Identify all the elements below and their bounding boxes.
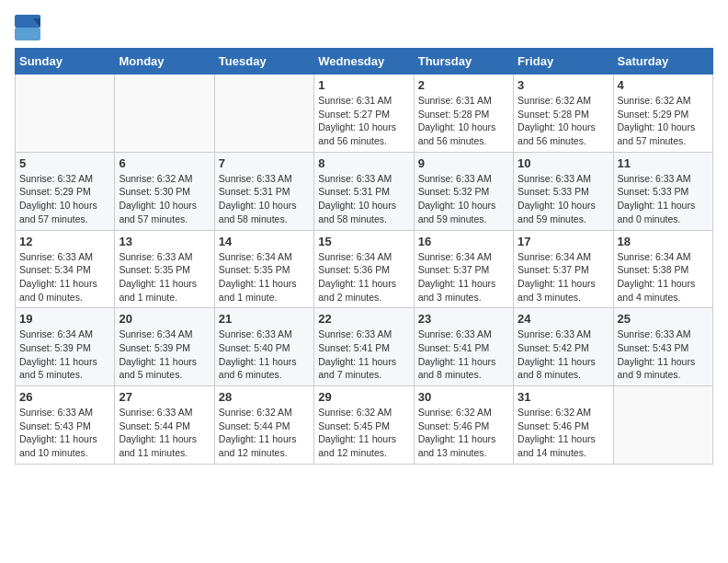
header-day-wednesday: Wednesday bbox=[314, 49, 414, 75]
day-info: Sunrise: 6:33 AMSunset: 5:32 PMDaylight:… bbox=[418, 172, 509, 226]
day-cell: 25Sunrise: 6:33 AMSunset: 5:43 PMDayligh… bbox=[613, 308, 712, 386]
day-info: Sunrise: 6:33 AMSunset: 5:41 PMDaylight:… bbox=[318, 327, 409, 382]
day-cell: 29Sunrise: 6:32 AMSunset: 5:45 PMDayligh… bbox=[314, 386, 414, 465]
week-row-2: 5Sunrise: 6:32 AMSunset: 5:29 PMDaylight… bbox=[16, 152, 713, 230]
day-cell: 12Sunrise: 6:33 AMSunset: 5:34 PMDayligh… bbox=[16, 230, 115, 308]
header-day-saturday: Saturday bbox=[613, 49, 712, 75]
day-number: 22 bbox=[318, 312, 409, 326]
day-cell: 22Sunrise: 6:33 AMSunset: 5:41 PMDayligh… bbox=[314, 308, 414, 386]
day-info: Sunrise: 6:34 AMSunset: 5:38 PMDaylight:… bbox=[618, 250, 709, 304]
day-cell: 21Sunrise: 6:33 AMSunset: 5:40 PMDayligh… bbox=[214, 308, 313, 386]
day-cell: 20Sunrise: 6:34 AMSunset: 5:39 PMDayligh… bbox=[115, 308, 214, 386]
day-info: Sunrise: 6:33 AMSunset: 5:31 PMDaylight:… bbox=[318, 172, 409, 226]
day-info: Sunrise: 6:33 AMSunset: 5:42 PMDaylight:… bbox=[518, 327, 609, 382]
day-info: Sunrise: 6:32 AMSunset: 5:28 PMDaylight:… bbox=[518, 94, 609, 148]
day-cell: 18Sunrise: 6:34 AMSunset: 5:38 PMDayligh… bbox=[613, 230, 712, 308]
day-info: Sunrise: 6:32 AMSunset: 5:46 PMDaylight:… bbox=[518, 406, 609, 460]
week-row-1: 1Sunrise: 6:31 AMSunset: 5:27 PMDaylight… bbox=[16, 75, 713, 153]
day-info: Sunrise: 6:34 AMSunset: 5:39 PMDaylight:… bbox=[119, 327, 210, 382]
logo bbox=[15, 15, 42, 40]
day-cell: 15Sunrise: 6:34 AMSunset: 5:36 PMDayligh… bbox=[314, 230, 414, 308]
day-number: 28 bbox=[219, 390, 310, 404]
day-number: 12 bbox=[19, 235, 110, 248]
day-cell: 16Sunrise: 6:34 AMSunset: 5:37 PMDayligh… bbox=[414, 230, 513, 308]
day-info: Sunrise: 6:33 AMSunset: 5:35 PMDaylight:… bbox=[119, 250, 210, 304]
calendar-table: SundayMondayTuesdayWednesdayThursdayFrid… bbox=[15, 48, 713, 465]
day-cell: 6Sunrise: 6:32 AMSunset: 5:30 PMDaylight… bbox=[115, 152, 214, 230]
header-day-monday: Monday bbox=[115, 49, 214, 75]
day-info: Sunrise: 6:34 AMSunset: 5:36 PMDaylight:… bbox=[318, 250, 409, 304]
day-info: Sunrise: 6:32 AMSunset: 5:44 PMDaylight:… bbox=[219, 406, 310, 460]
day-cell: 26Sunrise: 6:33 AMSunset: 5:43 PMDayligh… bbox=[16, 386, 115, 465]
week-row-5: 26Sunrise: 6:33 AMSunset: 5:43 PMDayligh… bbox=[16, 386, 713, 465]
day-info: Sunrise: 6:32 AMSunset: 5:46 PMDaylight:… bbox=[418, 406, 509, 460]
day-cell: 24Sunrise: 6:33 AMSunset: 5:42 PMDayligh… bbox=[514, 308, 613, 386]
day-cell: 31Sunrise: 6:32 AMSunset: 5:46 PMDayligh… bbox=[514, 386, 613, 465]
day-cell bbox=[115, 75, 214, 153]
day-cell: 19Sunrise: 6:34 AMSunset: 5:39 PMDayligh… bbox=[16, 308, 115, 386]
day-number: 6 bbox=[119, 156, 210, 170]
day-info: Sunrise: 6:34 AMSunset: 5:35 PMDaylight:… bbox=[219, 250, 310, 304]
day-cell: 2Sunrise: 6:31 AMSunset: 5:28 PMDaylight… bbox=[414, 75, 513, 153]
day-number: 16 bbox=[418, 235, 509, 248]
day-number: 27 bbox=[119, 390, 210, 404]
day-cell: 7Sunrise: 6:33 AMSunset: 5:31 PMDaylight… bbox=[214, 152, 313, 230]
day-cell: 23Sunrise: 6:33 AMSunset: 5:41 PMDayligh… bbox=[414, 308, 513, 386]
day-info: Sunrise: 6:33 AMSunset: 5:43 PMDaylight:… bbox=[19, 406, 110, 460]
day-info: Sunrise: 6:33 AMSunset: 5:44 PMDaylight:… bbox=[119, 406, 210, 460]
calendar-body: 1Sunrise: 6:31 AMSunset: 5:27 PMDaylight… bbox=[16, 75, 713, 465]
day-info: Sunrise: 6:33 AMSunset: 5:31 PMDaylight:… bbox=[219, 172, 310, 226]
header-day-sunday: Sunday bbox=[16, 49, 115, 75]
day-number: 17 bbox=[518, 235, 609, 248]
day-cell: 10Sunrise: 6:33 AMSunset: 5:33 PMDayligh… bbox=[514, 152, 613, 230]
day-number: 2 bbox=[418, 78, 509, 92]
day-cell bbox=[214, 75, 313, 153]
day-info: Sunrise: 6:33 AMSunset: 5:43 PMDaylight:… bbox=[618, 327, 709, 382]
header-day-friday: Friday bbox=[514, 49, 613, 75]
day-info: Sunrise: 6:31 AMSunset: 5:28 PMDaylight:… bbox=[418, 94, 509, 148]
day-number: 19 bbox=[19, 312, 110, 326]
day-cell: 11Sunrise: 6:33 AMSunset: 5:33 PMDayligh… bbox=[613, 152, 712, 230]
header-day-tuesday: Tuesday bbox=[214, 49, 313, 75]
day-cell: 5Sunrise: 6:32 AMSunset: 5:29 PMDaylight… bbox=[16, 152, 115, 230]
day-number: 23 bbox=[418, 312, 509, 326]
day-number: 1 bbox=[318, 78, 409, 92]
day-cell bbox=[613, 386, 712, 465]
day-number: 24 bbox=[518, 312, 609, 326]
header-day-thursday: Thursday bbox=[414, 49, 513, 75]
day-cell: 4Sunrise: 6:32 AMSunset: 5:29 PMDaylight… bbox=[613, 75, 712, 153]
day-number: 14 bbox=[219, 235, 310, 248]
day-info: Sunrise: 6:31 AMSunset: 5:27 PMDaylight:… bbox=[318, 94, 409, 148]
day-cell: 14Sunrise: 6:34 AMSunset: 5:35 PMDayligh… bbox=[214, 230, 313, 308]
day-number: 3 bbox=[518, 78, 609, 92]
day-info: Sunrise: 6:34 AMSunset: 5:37 PMDaylight:… bbox=[518, 250, 609, 304]
day-cell: 9Sunrise: 6:33 AMSunset: 5:32 PMDaylight… bbox=[414, 152, 513, 230]
day-info: Sunrise: 6:32 AMSunset: 5:30 PMDaylight:… bbox=[119, 172, 210, 226]
day-info: Sunrise: 6:34 AMSunset: 5:37 PMDaylight:… bbox=[418, 250, 509, 304]
day-number: 30 bbox=[418, 390, 509, 404]
day-cell bbox=[16, 75, 115, 153]
day-info: Sunrise: 6:33 AMSunset: 5:40 PMDaylight:… bbox=[219, 327, 310, 382]
day-info: Sunrise: 6:33 AMSunset: 5:34 PMDaylight:… bbox=[19, 250, 110, 304]
day-number: 13 bbox=[119, 235, 210, 248]
week-row-3: 12Sunrise: 6:33 AMSunset: 5:34 PMDayligh… bbox=[16, 230, 713, 308]
day-number: 25 bbox=[618, 312, 709, 326]
calendar-header: SundayMondayTuesdayWednesdayThursdayFrid… bbox=[16, 49, 713, 75]
day-number: 26 bbox=[19, 390, 110, 404]
day-number: 18 bbox=[618, 235, 709, 248]
day-number: 4 bbox=[618, 78, 709, 92]
day-cell: 28Sunrise: 6:32 AMSunset: 5:44 PMDayligh… bbox=[214, 386, 313, 465]
day-number: 10 bbox=[518, 156, 609, 170]
header-row: SundayMondayTuesdayWednesdayThursdayFrid… bbox=[16, 49, 713, 75]
page-header bbox=[15, 15, 713, 40]
day-info: Sunrise: 6:33 AMSunset: 5:33 PMDaylight:… bbox=[518, 172, 609, 226]
day-cell: 13Sunrise: 6:33 AMSunset: 5:35 PMDayligh… bbox=[115, 230, 214, 308]
svg-rect-1 bbox=[15, 28, 40, 40]
day-number: 29 bbox=[318, 390, 409, 404]
day-cell: 30Sunrise: 6:32 AMSunset: 5:46 PMDayligh… bbox=[414, 386, 513, 465]
day-number: 7 bbox=[219, 156, 310, 170]
day-cell: 17Sunrise: 6:34 AMSunset: 5:37 PMDayligh… bbox=[514, 230, 613, 308]
day-number: 20 bbox=[119, 312, 210, 326]
day-info: Sunrise: 6:34 AMSunset: 5:39 PMDaylight:… bbox=[19, 327, 110, 382]
day-info: Sunrise: 6:33 AMSunset: 5:33 PMDaylight:… bbox=[618, 172, 709, 226]
